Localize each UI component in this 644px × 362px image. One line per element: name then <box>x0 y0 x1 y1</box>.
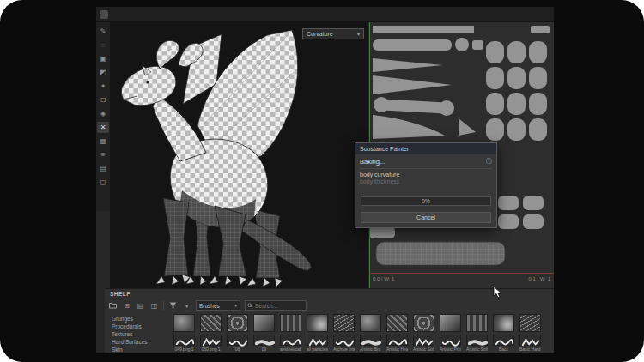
filter-funnel-icon[interactable] <box>168 301 178 311</box>
shelf-category-grunges[interactable]: Grunges <box>108 315 172 323</box>
brush-item[interactable]: aestheticab... <box>280 335 301 352</box>
brush-label: Basic Hard... <box>519 347 541 352</box>
brush-item[interactable]: 08 <box>227 335 248 352</box>
eraser-tool-icon[interactable]: ◌ <box>97 39 109 51</box>
dialog-divider <box>360 168 492 169</box>
texture-thumbnail[interactable] <box>440 314 461 332</box>
brush-item[interactable]: 09 <box>253 335 275 352</box>
shelf-category-procedurals[interactable]: Procedurals <box>108 323 172 330</box>
baking-current-item: body curvature <box>355 170 496 178</box>
brush-item[interactable]: Artistic Bru... <box>360 335 381 352</box>
tool-sidebar: ✎ ◌ ▣ ◩ ✦ ⊡ ◈ ✕ ▦ ≡ ▤ ◻ <box>96 22 110 211</box>
texture-thumbnail-row <box>173 314 551 332</box>
texture-thumbnail[interactable] <box>253 314 275 332</box>
shelf-filter-dropdown[interactable]: Brushes ▾ <box>196 300 240 311</box>
shader-settings-icon[interactable]: ◻ <box>97 177 109 188</box>
shelf-category-hard-surfaces[interactable]: Hard Surfaces <box>108 338 172 346</box>
split-view-icon[interactable]: ◫ <box>149 301 159 311</box>
brush-label: Artistic Bru... <box>360 347 381 352</box>
shelf-filter-value: Brushes <box>199 303 220 309</box>
brush-label: Artistic Soft... <box>466 347 488 352</box>
top-bar <box>96 7 554 22</box>
toolbar-separator <box>163 301 164 310</box>
viewport-3d[interactable]: Curvature ▾ <box>110 22 368 288</box>
brush-label: Artistic Hea... <box>386 347 408 352</box>
brush-item[interactable]: Back <box>493 335 514 352</box>
texture-thumbnail[interactable] <box>360 314 381 332</box>
projection-tool-icon[interactable]: ▣ <box>97 53 109 64</box>
app-logo <box>100 10 108 19</box>
brush-item[interactable]: all particles <box>307 335 328 352</box>
shelf-category-list: Grunges Procedurals Textures Hard Surfac… <box>108 315 172 353</box>
texture-thumbnail[interactable] <box>227 314 248 332</box>
chevron-down-icon: ▾ <box>234 303 237 308</box>
dialog-title: Substance Painter <box>355 143 496 154</box>
texture-thumbnail[interactable] <box>386 314 408 332</box>
symmetry-tool-icon[interactable]: ✕ <box>97 122 109 133</box>
folder-icon[interactable] <box>108 301 118 311</box>
texture-thumbnail[interactable] <box>307 314 328 332</box>
shelf-thumbnail-grid: 049.png 1 050.png 1 08 09 aestheticab...… <box>173 314 551 352</box>
brush-label: 050.png 1 <box>200 347 222 352</box>
uv-coordinate-label-right: 0,1 | W: 1 <box>529 276 550 281</box>
smudge-tool-icon[interactable]: ✦ <box>97 81 109 92</box>
uv-grid-guide-horizontal <box>369 273 554 274</box>
brush-label: Artistic Prin... <box>440 347 461 352</box>
brush-label: all particles <box>307 347 328 352</box>
brush-item[interactable]: 049.png 1 <box>173 335 195 352</box>
brush-label: Archive Inte... <box>333 347 355 352</box>
texture-thumbnail[interactable] <box>493 314 514 332</box>
brush-item[interactable]: Archive Inte... <box>333 335 355 352</box>
material-picker-tool-icon[interactable]: ◈ <box>97 108 109 119</box>
brush-item[interactable]: Basic Hard... <box>519 335 541 352</box>
dragon-model <box>110 22 368 288</box>
shelf-panel: SHELF ⊞ ▤ ◫ ▾ Brushes ▾ <box>105 288 554 353</box>
brush-item[interactable]: Artistic Hea... <box>386 335 408 352</box>
progress-percentage: 0% <box>422 198 429 204</box>
shelf-title: SHELF <box>110 291 131 297</box>
shelf-category-textures[interactable]: Textures <box>108 330 172 338</box>
list-view-icon[interactable]: ▤ <box>136 301 145 311</box>
brush-label: Artistic Soft... <box>413 347 434 352</box>
filter-chevron-icon[interactable]: ▾ <box>182 301 191 311</box>
texture-thumbnail[interactable] <box>519 314 541 332</box>
brush-item[interactable]: Artistic Prin... <box>440 335 461 352</box>
search-icon <box>247 303 253 309</box>
brush-item[interactable]: 050.png 1 <box>200 335 222 352</box>
mouse-cursor <box>493 287 503 299</box>
baking-queued-item: body thickness <box>355 178 496 184</box>
display-settings-icon[interactable]: ▤ <box>97 163 109 174</box>
quick-mask-tool-icon[interactable]: ▦ <box>97 136 109 147</box>
paint-brush-tool-icon[interactable]: ✎ <box>97 26 109 37</box>
shelf-toolbar: ⊞ ▤ ◫ ▾ Brushes ▾ <box>105 299 554 312</box>
clone-tool-icon[interactable]: ⊡ <box>97 94 109 106</box>
device-frame: ✎ ◌ ▣ ◩ ✦ ⊡ ◈ ✕ ▦ ≡ ▤ ◻ <box>0 0 644 362</box>
brush-label: aestheticab... <box>280 347 301 352</box>
texture-thumbnail[interactable] <box>413 314 434 332</box>
texture-thumbnail[interactable] <box>333 314 355 332</box>
baking-progress-dialog: Substance Painter Baking... ⓘ body curva… <box>355 142 497 228</box>
texture-thumbnail[interactable] <box>280 314 301 332</box>
grid-view-icon[interactable]: ⊞ <box>122 301 131 311</box>
brush-thumbnail-row: 049.png 1 050.png 1 08 09 aestheticab...… <box>173 335 551 352</box>
brush-item[interactable]: Artistic Soft... <box>466 335 488 352</box>
shelf-category-skin[interactable]: Skin <box>108 346 172 353</box>
polygon-fill-tool-icon[interactable]: ◩ <box>97 67 109 78</box>
cancel-button[interactable]: Cancel <box>361 212 491 223</box>
substance-painter-window: ✎ ◌ ▣ ◩ ✦ ⊡ ◈ ✕ ▦ ≡ ▤ ◻ <box>96 7 554 353</box>
texture-thumbnail[interactable] <box>466 314 488 332</box>
viewer-settings-icon[interactable]: ≡ <box>97 149 109 160</box>
brush-label: 049.png 1 <box>173 347 195 352</box>
texture-thumbnail[interactable] <box>173 314 195 332</box>
baking-status-text: Baking... <box>360 158 385 166</box>
uv-coordinate-label-left: 0,0 | W: 1 <box>373 276 394 281</box>
channel-selector-value: Curvature <box>307 31 333 37</box>
info-icon: ⓘ <box>486 157 492 166</box>
texture-thumbnail[interactable] <box>200 314 222 332</box>
shelf-search[interactable] <box>245 300 307 311</box>
progress-bar: 0% <box>361 196 491 206</box>
search-input[interactable] <box>255 303 304 309</box>
brush-item[interactable]: Artistic Soft... <box>413 335 434 352</box>
chevron-down-icon: ▾ <box>357 31 360 37</box>
channel-selector-dropdown[interactable]: Curvature ▾ <box>302 28 364 39</box>
